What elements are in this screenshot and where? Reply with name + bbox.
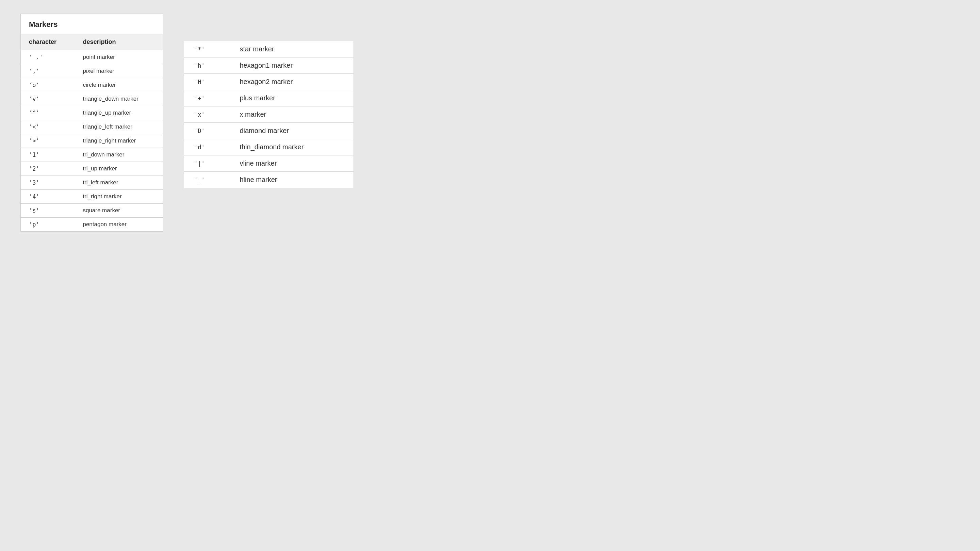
desc-cell: diamond marker bbox=[229, 123, 353, 139]
right-table: '*'star marker'h'hexagon1 marker'H'hexag… bbox=[184, 41, 353, 188]
table-row: 'H'hexagon2 marker bbox=[184, 74, 353, 90]
char-cell: 'H' bbox=[184, 74, 229, 90]
desc-cell: thin_diamond marker bbox=[229, 139, 353, 156]
desc-cell: vline marker bbox=[229, 156, 353, 172]
char-cell: 's' bbox=[21, 204, 75, 218]
char-cell: 'x' bbox=[184, 106, 229, 123]
char-cell: '*' bbox=[184, 41, 229, 57]
col-header-description: description bbox=[75, 34, 163, 50]
char-cell: 'D' bbox=[184, 123, 229, 139]
char-cell: '+' bbox=[184, 90, 229, 106]
char-cell: '_' bbox=[184, 172, 229, 188]
table-title: Markers bbox=[21, 14, 163, 34]
char-cell: '<' bbox=[21, 120, 75, 134]
desc-cell: triangle_left marker bbox=[75, 120, 163, 134]
desc-cell: tri_left marker bbox=[75, 176, 163, 190]
char-cell: ' .' bbox=[21, 50, 75, 64]
desc-cell: tri_right marker bbox=[75, 190, 163, 204]
char-cell: '^' bbox=[21, 106, 75, 120]
left-table: character description ' .'point marker',… bbox=[21, 34, 163, 231]
desc-cell: tri_down marker bbox=[75, 148, 163, 162]
desc-cell: point marker bbox=[75, 50, 163, 64]
table-row: 'p'pentagon marker bbox=[21, 218, 163, 232]
desc-cell: hexagon2 marker bbox=[229, 74, 353, 90]
table-row: ','pixel marker bbox=[21, 64, 163, 78]
page-container: Markers character description ' .'point … bbox=[21, 14, 959, 232]
desc-cell: hline marker bbox=[229, 172, 353, 188]
table-row: '1'tri_down marker bbox=[21, 148, 163, 162]
table-row: 's'square marker bbox=[21, 204, 163, 218]
table-row: 'd'thin_diamond marker bbox=[184, 139, 353, 156]
desc-cell: circle marker bbox=[75, 78, 163, 92]
table-row: 'D'diamond marker bbox=[184, 123, 353, 139]
desc-cell: pentagon marker bbox=[75, 218, 163, 232]
desc-cell: x marker bbox=[229, 106, 353, 123]
table-row: 'o'circle marker bbox=[21, 78, 163, 92]
desc-cell: pixel marker bbox=[75, 64, 163, 78]
table-row: '+'plus marker bbox=[184, 90, 353, 106]
table-row: '|'vline marker bbox=[184, 156, 353, 172]
table-row: '*'star marker bbox=[184, 41, 353, 57]
char-cell: '4' bbox=[21, 190, 75, 204]
desc-cell: triangle_right marker bbox=[75, 134, 163, 148]
desc-cell: triangle_up marker bbox=[75, 106, 163, 120]
desc-cell: tri_up marker bbox=[75, 162, 163, 176]
char-cell: '3' bbox=[21, 176, 75, 190]
table-row: '4'tri_right marker bbox=[21, 190, 163, 204]
table-row: '^'triangle_up marker bbox=[21, 106, 163, 120]
table-row: 'h'hexagon1 marker bbox=[184, 57, 353, 74]
desc-cell: star marker bbox=[229, 41, 353, 57]
char-cell: 'o' bbox=[21, 78, 75, 92]
table-row: '_'hline marker bbox=[184, 172, 353, 188]
table-row: '2'tri_up marker bbox=[21, 162, 163, 176]
table-row: ' .'point marker bbox=[21, 50, 163, 64]
char-cell: '>' bbox=[21, 134, 75, 148]
right-table-section: '*'star marker'h'hexagon1 marker'H'hexag… bbox=[184, 41, 354, 188]
table-header-row: character description bbox=[21, 34, 163, 50]
char-cell: '2' bbox=[21, 162, 75, 176]
table-row: 'x'x marker bbox=[184, 106, 353, 123]
char-cell: '|' bbox=[184, 156, 229, 172]
desc-cell: triangle_down marker bbox=[75, 92, 163, 106]
table-row: '<'triangle_left marker bbox=[21, 120, 163, 134]
char-cell: ',' bbox=[21, 64, 75, 78]
desc-cell: square marker bbox=[75, 204, 163, 218]
left-table-section: Markers character description ' .'point … bbox=[21, 14, 163, 232]
char-cell: 'd' bbox=[184, 139, 229, 156]
char-cell: 'p' bbox=[21, 218, 75, 232]
char-cell: 'h' bbox=[184, 57, 229, 74]
table-row: '3'tri_left marker bbox=[21, 176, 163, 190]
desc-cell: hexagon1 marker bbox=[229, 57, 353, 74]
table-row: '>'triangle_right marker bbox=[21, 134, 163, 148]
char-cell: '1' bbox=[21, 148, 75, 162]
char-cell: 'v' bbox=[21, 92, 75, 106]
table-row: 'v'triangle_down marker bbox=[21, 92, 163, 106]
desc-cell: plus marker bbox=[229, 90, 353, 106]
col-header-character: character bbox=[21, 34, 75, 50]
